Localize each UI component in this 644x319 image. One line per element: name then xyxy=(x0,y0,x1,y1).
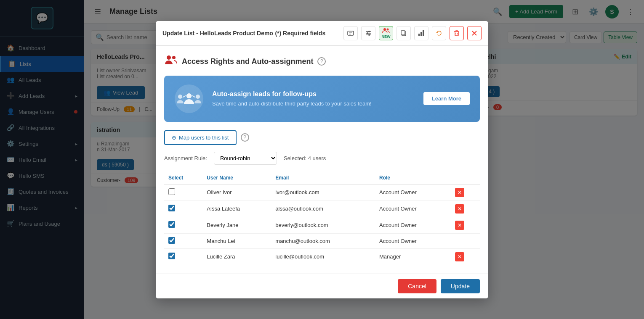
cell-email: manchu@outlook.com xyxy=(271,233,375,248)
table-row: Manchu Lei manchu@outlook.com Account Ow… xyxy=(164,233,480,248)
cell-action: ✕ xyxy=(451,184,480,200)
table-row: Beverly Jane beverly@outlook.com Account… xyxy=(164,217,480,233)
cell-select xyxy=(164,248,202,265)
cell-action: ✕ xyxy=(451,200,480,217)
svg-point-21 xyxy=(172,56,176,59)
svg-point-23 xyxy=(186,93,192,98)
svg-rect-13 xyxy=(418,34,420,36)
cell-name: Alssa Lateefa xyxy=(202,200,271,217)
user-checkbox-4[interactable] xyxy=(168,237,175,244)
cancel-button[interactable]: Cancel xyxy=(398,279,436,293)
promo-description: Save time and auto-distribute third part… xyxy=(212,100,415,107)
cell-name: Manchu Lei xyxy=(202,233,271,248)
cell-action xyxy=(451,233,480,248)
user-checkbox-5[interactable] xyxy=(168,253,175,259)
svg-rect-14 xyxy=(420,32,422,36)
col-actions xyxy=(451,171,480,185)
users-table-body: Oliver Ivor ivor@outlook.com Account Own… xyxy=(164,184,480,265)
modal-info-icon-btn[interactable] xyxy=(343,26,358,40)
promo-illustration xyxy=(174,84,204,113)
cell-email: alssa@outlook.com xyxy=(271,200,375,217)
delete-user-button-1[interactable]: ✕ xyxy=(455,188,464,197)
table-row: Oliver Ivor ivor@outlook.com Account Own… xyxy=(164,184,480,200)
cell-email: ivor@outlook.com xyxy=(271,184,375,200)
promo-title: Auto-assign leads for follow-ups xyxy=(212,90,415,98)
delete-user-button-3[interactable]: ✕ xyxy=(455,221,464,230)
modal-overlay[interactable]: Update List - HelloLeads Product Demo (*… xyxy=(0,0,644,319)
cell-action: ✕ xyxy=(451,217,480,233)
assignment-rule-label: Assignment Rule: xyxy=(164,155,207,161)
svg-rect-0 xyxy=(348,31,354,35)
svg-point-22 xyxy=(175,84,203,113)
map-users-row: ⊕ Map users to this list ? xyxy=(164,130,480,145)
svg-point-6 xyxy=(368,31,370,32)
svg-point-8 xyxy=(368,34,370,36)
cell-action: ✕ xyxy=(451,248,480,265)
modal-header: Update List - HelloLeads Product Demo (*… xyxy=(156,21,488,46)
modal-delete-icon-btn[interactable] xyxy=(450,26,464,40)
modal-body: Access Rights and Auto-assignment ? xyxy=(156,46,488,274)
cell-role: Account Owner xyxy=(375,233,451,248)
section-title-area: Access Rights and Auto-assignment ? xyxy=(164,54,480,69)
map-users-help-icon[interactable]: ? xyxy=(241,133,249,142)
svg-rect-12 xyxy=(401,31,405,35)
modal-title: Update List - HelloLeads Product Demo xyxy=(162,30,273,37)
selected-label: Selected: 4 users xyxy=(284,155,326,161)
svg-point-20 xyxy=(167,55,171,60)
svg-point-24 xyxy=(178,95,182,99)
cell-email: lucille@outlook.com xyxy=(271,248,375,265)
promo-banner: Auto-assign leads for follow-ups Save ti… xyxy=(164,76,480,122)
cell-role: Account Owner xyxy=(375,217,451,233)
promo-text: Auto-assign leads for follow-ups Save ti… xyxy=(212,90,415,107)
plus-circle-icon: ⊕ xyxy=(172,134,176,141)
col-select: Select xyxy=(164,171,202,185)
col-role: Role xyxy=(375,171,451,185)
section-heading: Access Rights and Auto-assignment xyxy=(182,57,313,66)
section-people-icon xyxy=(164,54,178,69)
table-row: Lucille Zara lucille@outlook.com Manager… xyxy=(164,248,480,265)
svg-point-9 xyxy=(383,28,386,31)
new-label: NEW xyxy=(382,34,391,39)
cell-name: Beverly Jane xyxy=(202,217,271,233)
map-users-button[interactable]: ⊕ Map users to this list xyxy=(164,130,237,145)
modal-required-fields: (*) Required fields xyxy=(275,30,325,37)
learn-more-button[interactable]: Learn More xyxy=(423,92,470,105)
user-checkbox-2[interactable] xyxy=(168,205,175,211)
cell-name: Lucille Zara xyxy=(202,248,271,265)
modal-icon-bar: NEW xyxy=(343,26,482,40)
cell-select xyxy=(164,200,202,217)
update-button[interactable]: Update xyxy=(441,279,480,293)
cell-select xyxy=(164,184,202,200)
modal-copy-icon-btn[interactable] xyxy=(397,26,411,40)
cell-email: beverly@outlook.com xyxy=(271,217,375,233)
cell-role: Account Owner xyxy=(375,200,451,217)
modal-undo-icon-btn[interactable] xyxy=(432,26,446,40)
svg-rect-15 xyxy=(423,30,424,36)
user-checkbox-1[interactable] xyxy=(168,188,175,195)
modal-sliders-icon-btn[interactable] xyxy=(361,26,375,40)
modal-title-area: Update List - HelloLeads Product Demo (*… xyxy=(162,29,325,37)
users-table-header: Select User Name Email Role xyxy=(164,171,480,185)
col-username: User Name xyxy=(202,171,271,185)
cell-select xyxy=(164,217,202,233)
assignment-row: Assignment Rule: Round-robin Selected: 4… xyxy=(164,152,480,165)
users-table: Select User Name Email Role Oliver Ivor … xyxy=(164,171,480,265)
cell-name: Oliver Ivor xyxy=(202,184,271,200)
user-checkbox-3[interactable] xyxy=(168,221,175,228)
modal: Update List - HelloLeads Product Demo (*… xyxy=(156,21,488,298)
cell-role: Manager xyxy=(375,248,451,265)
delete-user-button-5[interactable]: ✕ xyxy=(455,252,464,261)
svg-point-25 xyxy=(196,95,200,99)
svg-point-10 xyxy=(387,29,389,31)
section-help-icon[interactable]: ? xyxy=(317,57,326,66)
delete-user-button-2[interactable]: ✕ xyxy=(455,204,464,214)
svg-point-7 xyxy=(367,32,368,34)
modal-new-people-icon-btn[interactable]: NEW xyxy=(379,26,393,40)
modal-chart-icon-btn[interactable] xyxy=(414,26,428,40)
cell-role: Account Owner xyxy=(375,184,451,200)
col-email: Email xyxy=(271,171,375,185)
modal-footer: Cancel Update xyxy=(156,274,488,298)
assignment-rule-select[interactable]: Round-robin xyxy=(214,152,277,165)
modal-close-icon-btn[interactable] xyxy=(467,26,482,40)
cell-select xyxy=(164,233,202,248)
